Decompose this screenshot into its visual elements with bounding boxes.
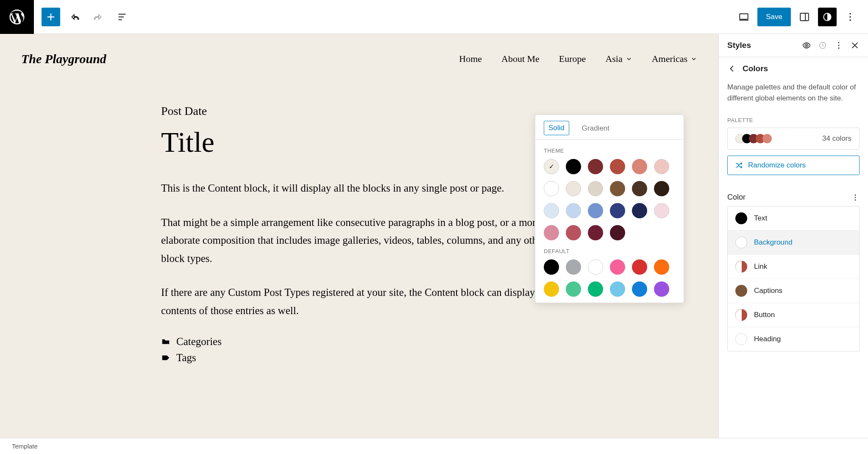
wordpress-logo[interactable] bbox=[0, 0, 34, 34]
color-row-background[interactable]: Background bbox=[728, 231, 859, 255]
content-paragraph[interactable]: If there are any Custom Post Types regis… bbox=[161, 284, 557, 320]
chevron-down-icon bbox=[626, 56, 632, 62]
theme-color-swatch[interactable] bbox=[566, 159, 581, 174]
default-color-swatch[interactable] bbox=[588, 281, 603, 297]
revisions-icon[interactable] bbox=[818, 41, 827, 50]
document-overview-button[interactable] bbox=[113, 8, 131, 26]
post-title-block[interactable]: Title bbox=[161, 125, 557, 159]
color-row-button[interactable]: Button bbox=[728, 303, 859, 327]
palette-mini-swatch bbox=[762, 134, 772, 143]
color-indicator bbox=[735, 309, 747, 321]
palette-edit-button[interactable]: 34 colors bbox=[727, 128, 860, 150]
nav-item-americas[interactable]: Americas bbox=[652, 53, 697, 64]
default-color-swatch[interactable] bbox=[654, 259, 669, 275]
color-row-label: Button bbox=[754, 311, 775, 319]
theme-color-swatch[interactable] bbox=[544, 159, 559, 174]
svg-point-11 bbox=[855, 194, 856, 195]
post-categories[interactable]: Categories bbox=[161, 336, 557, 348]
svg-point-3 bbox=[849, 13, 851, 14]
sidebar-description: Manage palettes and the default color of… bbox=[719, 80, 868, 113]
styles-button[interactable] bbox=[818, 8, 837, 26]
redo-button[interactable] bbox=[89, 8, 108, 26]
theme-color-swatch[interactable] bbox=[588, 159, 603, 174]
theme-color-swatch[interactable] bbox=[610, 159, 625, 174]
color-options-icon[interactable] bbox=[851, 193, 860, 202]
site-title[interactable]: The Playground bbox=[21, 52, 106, 66]
color-indicator bbox=[735, 212, 747, 224]
tag-icon bbox=[161, 353, 170, 362]
theme-color-swatch[interactable] bbox=[544, 225, 559, 240]
theme-color-swatch[interactable] bbox=[654, 181, 669, 196]
editor-canvas[interactable]: The Playground Home About Me Europe Asia… bbox=[0, 34, 718, 454]
topbar-left-tools bbox=[34, 8, 131, 26]
default-color-swatch[interactable] bbox=[566, 259, 581, 275]
tab-gradient[interactable]: Gradient bbox=[579, 121, 613, 139]
content-paragraph[interactable]: That might be a simple arrangement like … bbox=[161, 214, 557, 268]
style-book-icon[interactable] bbox=[802, 41, 811, 50]
content-paragraph[interactable]: This is the Content block, it will displ… bbox=[161, 179, 557, 198]
svg-point-10 bbox=[838, 47, 840, 49]
theme-color-swatch[interactable] bbox=[610, 181, 625, 196]
theme-color-swatch[interactable] bbox=[588, 225, 603, 240]
theme-color-swatch[interactable] bbox=[654, 159, 669, 174]
options-menu-button[interactable] bbox=[841, 8, 860, 26]
default-color-swatch[interactable] bbox=[588, 259, 603, 275]
color-row-label: Heading bbox=[754, 335, 781, 343]
shuffle-icon bbox=[734, 161, 743, 170]
undo-button[interactable] bbox=[65, 8, 84, 26]
svg-rect-1 bbox=[800, 13, 809, 20]
default-color-swatch[interactable] bbox=[632, 259, 647, 275]
default-color-swatch[interactable] bbox=[610, 259, 625, 275]
default-color-swatch[interactable] bbox=[544, 259, 559, 275]
svg-point-13 bbox=[855, 199, 856, 201]
theme-color-swatch[interactable] bbox=[566, 181, 581, 196]
svg-point-5 bbox=[849, 19, 851, 20]
theme-color-swatch[interactable] bbox=[632, 181, 647, 196]
topbar-right-tools: Save bbox=[734, 8, 868, 26]
theme-swatch-grid bbox=[535, 159, 684, 240]
color-row-heading[interactable]: Heading bbox=[728, 327, 859, 351]
theme-color-swatch[interactable] bbox=[654, 203, 669, 218]
block-inserter-button[interactable] bbox=[42, 8, 60, 26]
theme-color-swatch[interactable] bbox=[632, 203, 647, 218]
randomize-colors-button[interactable]: Randomize colors bbox=[727, 156, 860, 175]
theme-color-swatch[interactable] bbox=[566, 225, 581, 240]
svg-rect-0 bbox=[740, 14, 748, 19]
nav-item-home[interactable]: Home bbox=[459, 53, 482, 64]
theme-color-swatch[interactable] bbox=[566, 203, 581, 218]
default-color-swatch[interactable] bbox=[610, 281, 625, 297]
default-color-swatch[interactable] bbox=[654, 281, 669, 297]
default-color-swatch[interactable] bbox=[632, 281, 647, 297]
settings-sidebar-toggle[interactable] bbox=[795, 8, 814, 26]
color-indicator bbox=[735, 333, 747, 345]
theme-color-swatch[interactable] bbox=[544, 181, 559, 196]
theme-color-swatch[interactable] bbox=[632, 159, 647, 174]
save-button[interactable]: Save bbox=[757, 8, 791, 26]
post-tags[interactable]: Tags bbox=[161, 352, 557, 364]
default-color-swatch[interactable] bbox=[566, 281, 581, 297]
color-row-link[interactable]: Link bbox=[728, 255, 859, 279]
sidebar-subtitle: Colors bbox=[743, 64, 768, 73]
default-color-swatch[interactable] bbox=[544, 281, 559, 297]
theme-color-swatch[interactable] bbox=[610, 203, 625, 218]
theme-colors-label: THEME bbox=[535, 140, 684, 159]
site-navigation: Home About Me Europe Asia Americas bbox=[459, 53, 697, 64]
theme-color-swatch[interactable] bbox=[588, 181, 603, 196]
tab-solid[interactable]: Solid bbox=[544, 121, 569, 135]
breadcrumb-root[interactable]: Template bbox=[12, 443, 38, 450]
nav-item-asia[interactable]: Asia bbox=[605, 53, 632, 64]
nav-item-about[interactable]: About Me bbox=[501, 53, 540, 64]
theme-color-swatch[interactable] bbox=[610, 225, 625, 240]
close-icon[interactable] bbox=[850, 41, 860, 50]
back-icon[interactable] bbox=[727, 64, 737, 73]
post-date-block[interactable]: Post Date bbox=[161, 104, 557, 118]
color-row-text[interactable]: Text bbox=[728, 206, 859, 231]
svg-point-4 bbox=[849, 16, 851, 17]
more-icon[interactable] bbox=[834, 41, 843, 50]
theme-color-swatch[interactable] bbox=[544, 203, 559, 218]
palette-color-count: 34 colors bbox=[822, 134, 851, 143]
view-button[interactable] bbox=[734, 8, 753, 26]
theme-color-swatch[interactable] bbox=[588, 203, 603, 218]
color-row-captions[interactable]: Captions bbox=[728, 279, 859, 303]
nav-item-europe[interactable]: Europe bbox=[559, 53, 586, 64]
